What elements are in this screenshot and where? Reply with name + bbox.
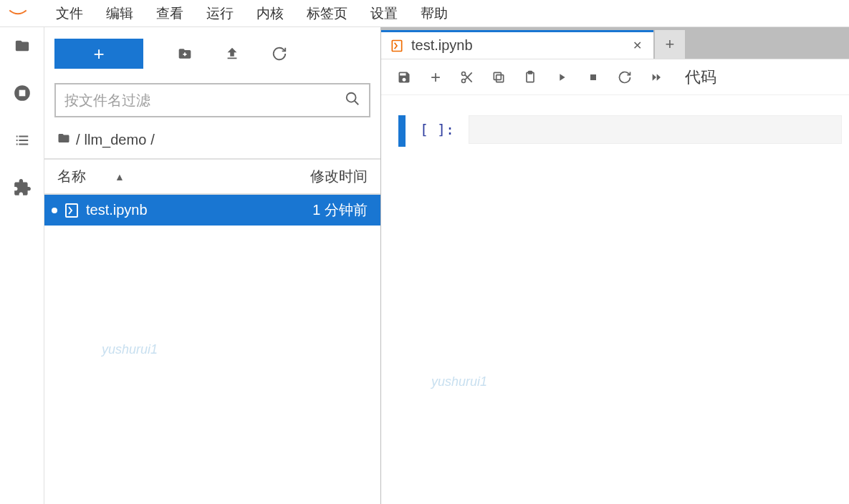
editor-area: test.ipynb ✕ + + (381, 27, 849, 504)
breadcrumb: / llm_demo / (44, 123, 380, 158)
notebook-icon (390, 39, 404, 53)
svg-rect-14 (590, 74, 596, 80)
notebook-cell[interactable]: [ ]: (381, 95, 849, 147)
menu-file[interactable]: 文件 (46, 0, 93, 27)
stop-button[interactable] (577, 63, 609, 92)
file-browser: + / llm_demo / (44, 27, 381, 504)
restart-button[interactable] (609, 63, 641, 92)
new-launcher-button[interactable]: + (54, 39, 143, 69)
file-browser-tab[interactable] (11, 34, 34, 57)
svg-line-3 (355, 101, 359, 105)
paste-button[interactable] (514, 63, 546, 92)
menu-bar: 文件 编辑 查看 运行 内核 标签页 设置 帮助 (0, 0, 849, 27)
extensions-tab[interactable] (11, 176, 34, 199)
breadcrumb-root[interactable]: / (76, 132, 80, 148)
sort-by-modified[interactable]: 修改时间 (310, 167, 368, 186)
menu-run[interactable]: 运行 (196, 0, 244, 27)
copy-button[interactable] (483, 63, 514, 92)
tab-notebook[interactable]: test.ipynb ✕ (381, 30, 653, 59)
running-dot-icon (52, 208, 57, 213)
watermark: yushurui1 (102, 342, 158, 357)
svg-rect-11 (494, 72, 501, 79)
tab-title: test.ipynb (411, 37, 623, 54)
tab-bar: test.ipynb ✕ + (381, 30, 849, 59)
running-sessions-tab[interactable] (11, 82, 34, 105)
refresh-button[interactable] (259, 39, 299, 68)
search-icon (345, 91, 360, 110)
cell-type-select[interactable]: 代码 (679, 67, 722, 88)
watermark: yushurui1 (431, 374, 487, 389)
close-icon[interactable]: ✕ (630, 39, 645, 52)
activity-bar (0, 27, 44, 504)
sort-by-name[interactable]: 名称 ▲ (57, 167, 125, 186)
menu-view[interactable]: 查看 (146, 0, 193, 27)
run-button[interactable] (546, 63, 577, 92)
file-row[interactable]: test.ipynb 1 分钟前 (44, 195, 380, 226)
breadcrumb-sep: / (150, 132, 155, 148)
filter-box (54, 83, 370, 117)
menu-help[interactable]: 帮助 (411, 0, 458, 27)
jupyter-logo[interactable] (7, 6, 29, 21)
new-tab-button[interactable]: + (655, 30, 685, 59)
folder-icon[interactable] (56, 132, 72, 148)
run-all-button[interactable] (641, 63, 672, 92)
svg-point-7 (462, 72, 466, 75)
new-folder-button[interactable] (165, 39, 205, 68)
file-modified: 1 分钟前 (312, 200, 368, 220)
cut-button[interactable] (451, 63, 483, 92)
notebook-icon (63, 202, 80, 219)
menu-kernel[interactable]: 内核 (246, 0, 294, 27)
file-list-header: 名称 ▲ 修改时间 (44, 158, 380, 195)
svg-point-6 (462, 79, 466, 82)
svg-rect-13 (529, 71, 532, 73)
cell-input[interactable] (469, 115, 842, 144)
breadcrumb-folder[interactable]: llm_demo (85, 132, 147, 148)
svg-rect-10 (497, 74, 504, 82)
save-button[interactable] (388, 63, 420, 92)
upload-button[interactable] (212, 39, 252, 68)
svg-point-2 (347, 93, 356, 102)
menu-edit[interactable]: 编辑 (96, 0, 143, 27)
filter-input[interactable] (64, 92, 345, 109)
cell-active-indicator (398, 115, 406, 147)
insert-cell-button[interactable]: + (420, 63, 451, 92)
menu-tabs[interactable]: 标签页 (297, 0, 358, 27)
svg-rect-1 (19, 90, 25, 97)
sort-arrow-icon: ▲ (115, 171, 125, 183)
cell-prompt: [ ]: (420, 115, 454, 138)
toc-tab[interactable] (11, 129, 34, 152)
file-name: test.ipynb (86, 202, 148, 218)
menu-settings[interactable]: 设置 (360, 0, 408, 27)
notebook-toolbar: + (381, 59, 849, 95)
